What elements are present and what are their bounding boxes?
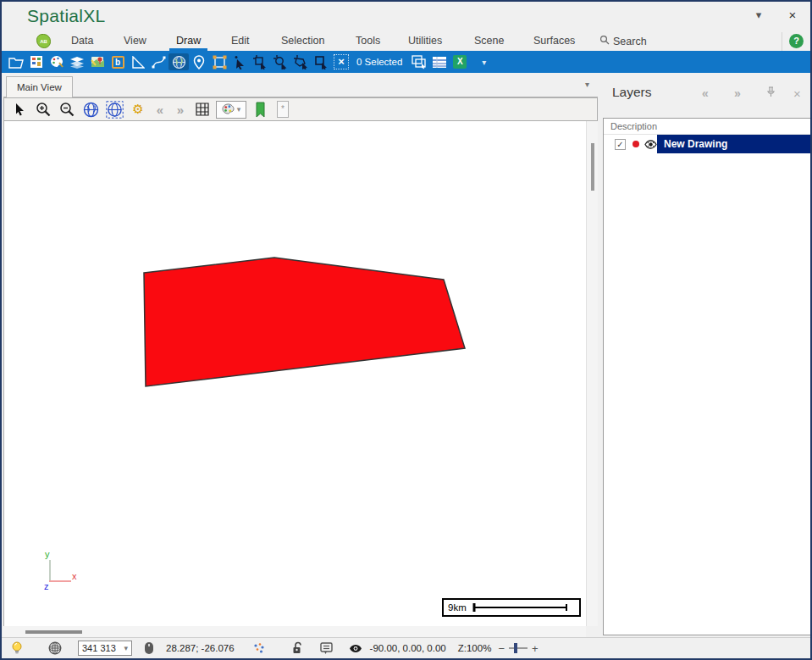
previous-view-icon[interactable]: « xyxy=(152,103,168,117)
menu-selection[interactable]: Selection xyxy=(274,32,331,51)
zoom-extents-icon[interactable] xyxy=(80,100,101,119)
app-title: SpatialXL xyxy=(27,6,106,26)
close-icon[interactable]: × xyxy=(782,7,804,24)
layer-row[interactable]: ✓ New Drawing xyxy=(604,135,810,153)
data-sheet-icon[interactable] xyxy=(26,53,47,70)
map-canvas[interactable]: y x z 9km xyxy=(3,121,586,626)
camera-angles: -90.00, 0.00, 0.00 xyxy=(370,643,446,653)
palette-icon xyxy=(222,103,235,115)
select-polygon-icon[interactable] xyxy=(290,53,311,70)
panel-close-icon[interactable]: × xyxy=(793,86,801,101)
horizontal-scrollbar[interactable] xyxy=(3,626,586,637)
camera-eye-icon xyxy=(341,644,370,653)
zoom-out-icon[interactable] xyxy=(57,100,77,119)
modified-tab-indicator[interactable]: * xyxy=(277,101,289,118)
app-window: SpatialXL ▾ × AB Data View Draw Edit Sel… xyxy=(0,0,812,660)
menu-surfaces[interactable]: Surfaces xyxy=(527,32,582,51)
comments-icon[interactable] xyxy=(312,642,341,655)
menu-view[interactable]: View xyxy=(117,32,153,51)
feature-count-dropdown[interactable]: 341 313 ▾ xyxy=(78,641,132,656)
google-maps-icon[interactable] xyxy=(87,53,108,70)
settings-gear-icon[interactable]: ⚙ xyxy=(128,100,148,119)
layers-panel-header: Layers « » × xyxy=(602,76,812,114)
globe-view-icon[interactable] xyxy=(168,53,189,70)
zoom-in-icon[interactable] xyxy=(33,100,53,119)
menu-data[interactable]: Data xyxy=(64,32,100,51)
panel-collapse-left-icon[interactable]: « xyxy=(702,86,709,100)
menu-separator xyxy=(782,32,782,51)
app-menu-icon[interactable]: AB xyxy=(36,34,51,48)
axis-y-label: y xyxy=(45,549,50,559)
menu-scene[interactable]: Scene xyxy=(467,32,511,51)
help-icon[interactable]: ? xyxy=(789,34,804,48)
axis-z-label: z xyxy=(44,581,49,591)
globe-status-icon[interactable] xyxy=(32,641,78,655)
zoom-selection-icon[interactable] xyxy=(104,100,124,119)
tips-bulb-icon[interactable] xyxy=(2,641,32,656)
selected-count: 0 Selected xyxy=(351,57,409,67)
unlock-icon[interactable] xyxy=(284,641,312,655)
drawn-polygon[interactable] xyxy=(144,258,465,386)
layers-panel-title: Layers xyxy=(612,85,652,100)
panel-collapse-right-icon[interactable]: » xyxy=(734,86,741,100)
zoom-in-plus-icon[interactable]: + xyxy=(530,642,540,655)
layer-visibility-checkbox[interactable]: ✓ xyxy=(615,139,626,150)
attribute-table-icon[interactable] xyxy=(429,53,450,70)
panel-pin-icon[interactable] xyxy=(766,86,776,100)
zoom-out-minus-icon[interactable]: − xyxy=(496,642,506,655)
search-label: Search xyxy=(613,33,647,50)
menu-draw[interactable]: Draw xyxy=(169,32,207,51)
layers-icon[interactable] xyxy=(67,53,87,70)
edit-geometry-icon[interactable] xyxy=(209,53,229,70)
layer-eye-icon[interactable] xyxy=(644,140,657,149)
placemark-icon[interactable] xyxy=(189,53,209,70)
horizontal-scrollbar-thumb[interactable] xyxy=(25,630,82,634)
palette-dropdown-icon: ▾ xyxy=(237,105,241,114)
view-area: Main View ▾ ⚙ « » ▾ * y xyxy=(3,75,598,637)
zoom-level: Z:100% xyxy=(458,643,492,653)
title-bar: SpatialXL ▾ × xyxy=(2,2,810,32)
menu-tools[interactable]: Tools xyxy=(349,32,387,51)
select-point-icon[interactable] xyxy=(229,53,250,70)
vertical-scrollbar[interactable] xyxy=(586,121,598,626)
axis-indicator: y x z xyxy=(41,549,84,596)
toolbar-overflow-icon[interactable]: ▾ xyxy=(482,58,486,67)
zoom-slider[interactable] xyxy=(509,642,528,654)
axis-x-label: x xyxy=(72,571,77,581)
cursor-icon[interactable] xyxy=(9,100,30,119)
select-circle-icon[interactable] xyxy=(270,53,290,70)
open-folder-icon[interactable] xyxy=(6,53,26,70)
tab-main-view[interactable]: Main View xyxy=(6,76,73,97)
bookmark-icon[interactable] xyxy=(250,100,270,119)
view-toolbar: ⚙ « » ▾ * xyxy=(3,97,598,121)
select-rectangle-icon[interactable] xyxy=(250,53,270,70)
search-box[interactable]: Search xyxy=(599,32,647,51)
layer-name: New Drawing xyxy=(657,135,810,153)
mouse-coordinates: 28.287; -26.076 xyxy=(166,643,235,653)
curve-tool-icon[interactable] xyxy=(148,53,168,70)
grid-icon[interactable] xyxy=(192,100,213,119)
select-region-icon[interactable] xyxy=(311,53,331,70)
minimize-ribbon-icon[interactable]: ▾ xyxy=(748,7,770,24)
scale-bar-line xyxy=(472,602,569,613)
measure-icon[interactable] xyxy=(128,53,148,70)
menu-edit[interactable]: Edit xyxy=(224,32,257,51)
search-icon xyxy=(599,33,610,50)
copy-view-icon[interactable] xyxy=(409,53,429,70)
bing-maps-icon[interactable]: b xyxy=(108,53,128,70)
layer-color-dot xyxy=(632,141,639,147)
layers-panel: Layers « » × Description ✓ New Drawing xyxy=(602,76,812,637)
vertical-scrollbar-thumb[interactable] xyxy=(591,143,594,191)
export-excel-icon[interactable]: X xyxy=(450,53,470,70)
style-palette-icon[interactable] xyxy=(47,53,67,70)
tabstrip-chevron-icon[interactable]: ▾ xyxy=(585,80,589,89)
next-view-icon[interactable]: » xyxy=(172,103,189,117)
render-style-dropdown[interactable]: ▾ xyxy=(216,101,246,119)
clear-selection-icon[interactable]: × xyxy=(331,53,351,70)
status-bar: 341 313 ▾ 28.287; -26.076 -90.00, 0.00, … xyxy=(2,637,810,658)
zoom-slider-thumb[interactable] xyxy=(514,643,517,653)
menu-utilities[interactable]: Utilities xyxy=(401,32,449,51)
layers-list: Description ✓ New Drawing xyxy=(603,118,811,635)
snap-points-icon[interactable] xyxy=(235,642,284,654)
view-tab-strip: Main View ▾ xyxy=(3,75,598,97)
